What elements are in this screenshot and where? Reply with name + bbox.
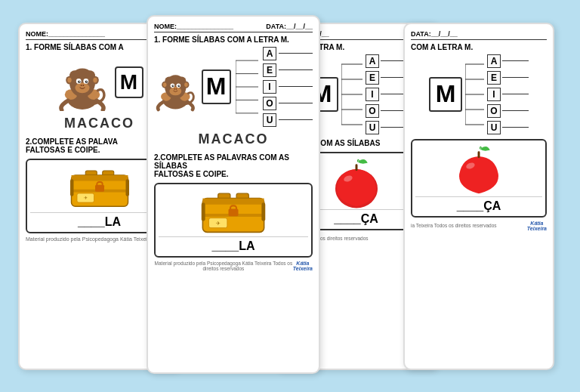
footer-text-2: Material produzido pela Psicopedagoga Ká… (154, 261, 293, 271)
nome-label: NOME:_______________ (26, 30, 105, 38)
vowel-line-O (279, 103, 313, 103)
vowel-box-I-4: I (487, 88, 501, 101)
vowel-box-O-4: O (487, 104, 501, 118)
vowel-row-A-4: A (487, 54, 529, 68)
vowel-box-O: O (263, 97, 276, 110)
footer-text: Material produzido pela Psicopedagoga Ká… (26, 236, 159, 242)
svg-rect-27 (70, 179, 74, 196)
card-2: NOME:_______________ DATA:__/__/__ 1. FO… (147, 15, 320, 374)
card-2-section1-title: 1. FORME SÍLABAS COM A LETRA M. (154, 35, 313, 44)
word-card-apple-4: ____ÇA (411, 139, 547, 218)
connection-lines-4 (465, 57, 484, 132)
vowel-row-E-3: E (366, 71, 407, 85)
vowel-line-U (279, 119, 313, 120)
vowel-box-E: E (263, 63, 276, 77)
svg-rect-65 (202, 202, 205, 221)
suitcase-icon-2: ✈ (196, 187, 271, 236)
data-label-4: DATA:__/__/__ (411, 30, 458, 38)
svg-rect-61 (202, 198, 264, 204)
svg-text:✈: ✈ (83, 196, 87, 200)
svg-rect-66 (261, 202, 265, 221)
logo-4: KátiaTeixeira (527, 221, 547, 231)
vowel-row-I: I (263, 80, 313, 94)
svg-point-45 (174, 88, 175, 89)
svg-point-42 (173, 85, 174, 86)
vowel-row-E: E (263, 63, 313, 77)
vowel-row-U: U (263, 113, 313, 127)
connection-lines-2 (236, 49, 259, 125)
suitcase-icon: ✈ (66, 163, 134, 212)
svg-point-19 (93, 77, 97, 82)
vowel-line-E (279, 69, 313, 70)
vowel-row-A-3: A (366, 54, 407, 68)
svg-point-43 (179, 85, 180, 86)
svg-point-14 (80, 84, 82, 85)
nome-label-2: NOME:_______________ (154, 23, 233, 30)
footer-text-4: ia Teixeira Todos os direitos reservados (411, 223, 497, 228)
vowel-line-A-4 (502, 60, 529, 61)
letter-M-large-4: M (429, 77, 462, 112)
svg-point-15 (82, 84, 84, 85)
svg-rect-77 (355, 164, 357, 171)
apple-word-4: ____ÇA (415, 196, 542, 213)
svg-point-48 (163, 82, 167, 87)
vowel-row-U-3: U (366, 121, 407, 134)
apple-icon (326, 156, 387, 209)
svg-point-11 (79, 81, 79, 82)
vowel-box-U-3: U (366, 121, 379, 134)
card-2-footer: Material produzido pela Psicopedagoga Ká… (154, 261, 313, 271)
vowel-row-A: A (263, 47, 313, 60)
vowel-line-E-4 (502, 77, 529, 78)
svg-point-46 (176, 88, 177, 89)
svg-point-50 (184, 82, 188, 87)
apple-icon-4 (449, 144, 509, 196)
letter-M-box: M (115, 66, 143, 98)
vowel-box-A-4: A (487, 54, 501, 68)
vowel-row-O: O (263, 97, 313, 110)
card-2-header: NOME:_______________ DATA:__/__/__ (154, 23, 313, 32)
cards-container: NOME:_______________ 1. FORME SÍLABAS CO… (11, 11, 569, 381)
logo-2: KátiaTeixeira (293, 261, 313, 271)
vowel-line-I (279, 86, 313, 87)
word-card-suitcase-2: ✈ ____LA (154, 183, 313, 258)
svg-point-17 (67, 77, 71, 82)
vowel-box-U-4: U (487, 121, 501, 134)
vowel-box-A: A (263, 47, 276, 60)
vowel-line-I-4 (502, 94, 529, 94)
suitcase-word-2: ____LA (159, 236, 308, 253)
animal-name-label-2: MACACO (154, 131, 313, 147)
vowel-row-I-4: I (487, 88, 529, 101)
data-label-2: DATA:__/__/__ (266, 23, 313, 30)
vowel-box-I: I (263, 80, 276, 94)
svg-text:✈: ✈ (216, 220, 221, 225)
letter-M-large-2: M (202, 69, 231, 104)
svg-rect-23 (71, 175, 128, 181)
svg-rect-85 (478, 151, 480, 158)
vowel-row-U-4: U (487, 121, 529, 134)
vowel-box-I-3: I (366, 88, 379, 101)
card-4-section1-title: COM A LETRA M. (411, 43, 547, 51)
vowel-box-E-4: E (487, 71, 501, 85)
vowel-box-A-3: A (366, 54, 379, 68)
vowel-line-O-4 (502, 110, 529, 111)
svg-rect-28 (125, 179, 129, 196)
card-2-section2-title: 2.COMPLETE AS PALAVRAS COM AS SÍLABASFAL… (154, 153, 313, 178)
vowel-row-I-3: I (366, 88, 407, 101)
card-4: DATA:__/__/__ COM A LETRA M. M A E (403, 23, 554, 370)
card-4-footer: ia Teixeira Todos os direitos reservados… (411, 221, 547, 231)
connection-lines-3 (341, 57, 362, 132)
vowel-row-O-3: O (366, 104, 407, 118)
monkey-icon (56, 54, 109, 111)
vowel-box-U: U (263, 113, 276, 127)
card-4-header: DATA:__/__/__ (411, 30, 547, 40)
monkey-icon-2 (154, 60, 197, 114)
vowel-line-U-4 (502, 127, 529, 128)
vowel-row-E-4: E (487, 71, 529, 85)
vowel-row-O-4: O (487, 104, 529, 118)
vowel-box-O-3: O (366, 104, 379, 118)
vowel-box-E-3: E (366, 71, 379, 85)
svg-point-12 (86, 81, 87, 82)
vowel-line-A (279, 53, 313, 54)
